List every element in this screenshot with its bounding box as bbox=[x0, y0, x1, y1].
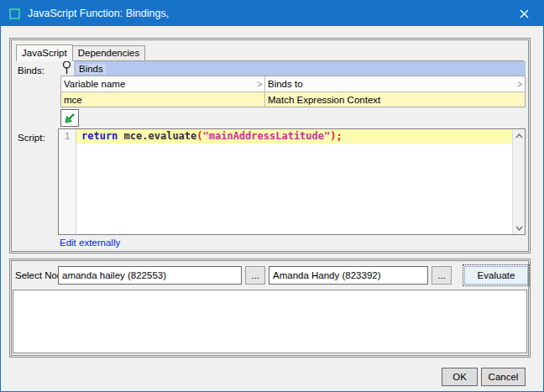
scroll-down-button[interactable] bbox=[513, 222, 525, 234]
script-editor[interactable]: 1 return mce.evaluate("mainAddressLatitu… bbox=[58, 128, 526, 235]
browse-node-right-button[interactable]: ... bbox=[432, 266, 452, 285]
tab-dependencies[interactable]: Dependencies bbox=[73, 45, 146, 60]
evaluate-groupbox: Select Nodes ... ... Evaluate bbox=[9, 259, 531, 358]
edit-externally-link[interactable]: Edit externally bbox=[60, 238, 120, 248]
chevron-down-icon bbox=[515, 226, 523, 231]
binds-group-header-label: Binds bbox=[76, 64, 106, 74]
code-area[interactable]: return mce.evaluate("mainAddressLatitude… bbox=[76, 129, 512, 234]
chevron-right-icon: > bbox=[517, 80, 522, 89]
column-header-binds-to[interactable]: Binds to > bbox=[265, 76, 525, 91]
binding-variable-cell[interactable]: mce bbox=[61, 92, 265, 107]
binds-group-header[interactable]: Binds bbox=[74, 61, 526, 76]
node-input-right[interactable] bbox=[269, 266, 428, 285]
column-header-variable-name[interactable]: Variable name > bbox=[61, 76, 265, 91]
dialog-window: JavaScript Function: Bindings, JavaScrip… bbox=[0, 0, 544, 392]
binding-target-cell[interactable]: Match Expression Context bbox=[265, 92, 525, 107]
chevron-right-icon: > bbox=[257, 80, 262, 89]
tab-javascript[interactable]: JavaScript bbox=[16, 44, 73, 61]
add-binding-button[interactable] bbox=[60, 109, 79, 127]
ok-button[interactable]: OK bbox=[442, 368, 478, 386]
tabstrip: JavaScript Dependencies bbox=[16, 44, 524, 61]
app-icon bbox=[9, 8, 20, 19]
code-string: "mainAddressLatitude" bbox=[203, 130, 331, 142]
browse-node-left-button[interactable]: ... bbox=[245, 266, 265, 285]
line-number-gutter: 1 bbox=[59, 129, 76, 234]
binds-table: Variable name > Binds to > mce Match Exp… bbox=[60, 76, 526, 107]
editor-scrollbar[interactable] bbox=[512, 129, 525, 234]
code-keyword: return bbox=[81, 130, 118, 142]
binds-table-header-row: Variable name > Binds to > bbox=[61, 76, 525, 91]
cancel-button[interactable]: Cancel bbox=[481, 368, 526, 386]
binds-label: Binds: bbox=[18, 65, 44, 76]
green-arrow-icon bbox=[63, 112, 76, 125]
pin-icon bbox=[61, 60, 72, 76]
titlebar: JavaScript Function: Bindings, bbox=[1, 1, 543, 26]
window-title: JavaScript Function: Bindings, bbox=[28, 8, 169, 19]
scroll-up-button[interactable] bbox=[513, 129, 525, 142]
line-number: 1 bbox=[65, 131, 71, 142]
script-label: Script: bbox=[18, 133, 45, 143]
code-close-paren: ); bbox=[330, 130, 342, 142]
code-line-1[interactable]: return mce.evaluate("mainAddressLatitude… bbox=[76, 129, 512, 144]
node-input-left[interactable] bbox=[58, 266, 242, 285]
close-icon bbox=[520, 9, 529, 18]
evaluate-button[interactable]: Evaluate bbox=[464, 266, 528, 285]
code-open-paren: ( bbox=[196, 130, 202, 142]
code-call: mce.evaluate bbox=[118, 130, 196, 142]
close-button[interactable] bbox=[505, 1, 543, 26]
chevron-up-icon bbox=[515, 133, 523, 139]
binds-table-row[interactable]: mce Match Expression Context bbox=[61, 91, 525, 107]
editor-groupbox: JavaScript Dependencies Binds: Binds Var… bbox=[9, 38, 531, 253]
evaluation-results-area[interactable] bbox=[13, 290, 527, 353]
